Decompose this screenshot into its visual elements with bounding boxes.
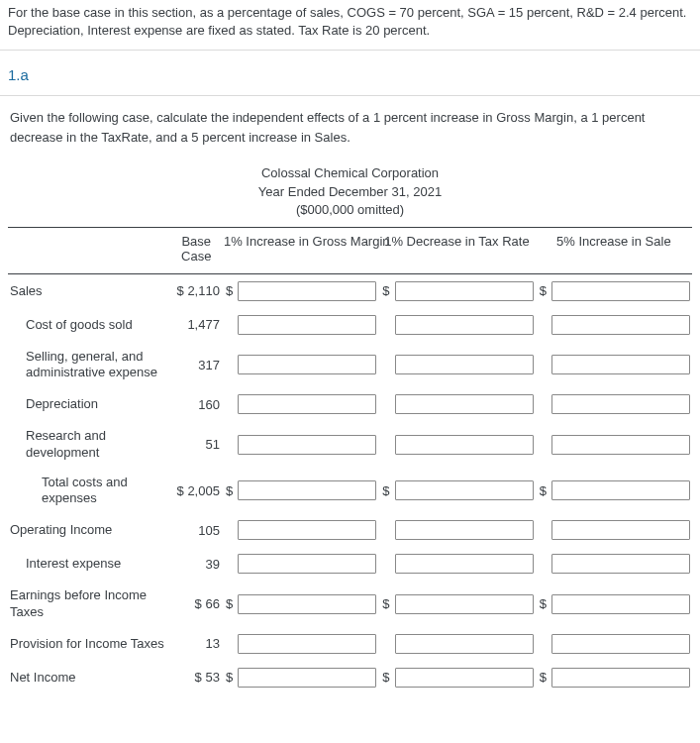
- input-opinc-tax[interactable]: [395, 520, 534, 540]
- base-dep: 160: [171, 387, 222, 421]
- row-label-cogs: Cost of goods sold: [8, 308, 171, 342]
- report-title-line3: ($000,000 omitted): [0, 201, 700, 219]
- col-header-base: Base Case: [171, 227, 222, 273]
- base-rnd: 51: [171, 421, 222, 468]
- table-row: Total costs and expenses $ 2,005 $ $ $: [8, 468, 692, 514]
- row-label-opinc: Operating Income: [8, 513, 171, 547]
- dollar-sign: $: [382, 483, 389, 498]
- input-sga-tax[interactable]: [395, 355, 534, 374]
- input-sga-gm[interactable]: [238, 355, 376, 374]
- input-total-tax[interactable]: [395, 480, 534, 500]
- input-intexp-gm[interactable]: [238, 554, 376, 574]
- base-ebt: $ 66: [171, 581, 222, 627]
- report-title-line1: Colossal Chemical Corporation: [0, 164, 700, 182]
- col-header-sales-inc: 5% Increase in Sale: [536, 227, 692, 273]
- row-label-net: Net Income: [8, 661, 171, 694]
- table-row: Research and development 51: [8, 421, 692, 468]
- section-link[interactable]: 1.a: [8, 66, 29, 83]
- input-intexp-si[interactable]: [551, 554, 690, 574]
- input-tax-si[interactable]: [551, 634, 690, 654]
- row-label-sga: Selling, general, and administrative exp…: [8, 342, 171, 388]
- base-intexp: 39: [171, 547, 222, 581]
- table-row: Sales $ 2,110 $ $ $: [8, 273, 692, 308]
- input-cogs-gm[interactable]: [238, 315, 376, 335]
- row-label-sales: Sales: [8, 273, 171, 308]
- input-ebt-tax[interactable]: [395, 594, 534, 614]
- input-sga-si[interactable]: [551, 355, 690, 374]
- preamble-text: For the base case in this section, as a …: [0, 0, 700, 50]
- row-label-total: Total costs and expenses: [8, 468, 171, 514]
- input-tax-tax[interactable]: [395, 634, 534, 654]
- table-row: Operating Income 105: [8, 513, 692, 547]
- col-header-tax-rate: 1% Decrease in Tax Rate: [378, 227, 535, 273]
- input-sales-si[interactable]: [551, 281, 690, 301]
- row-label-tax: Provision for Income Taxes: [8, 627, 171, 661]
- input-total-gm[interactable]: [238, 480, 376, 500]
- dollar-sign: $: [382, 670, 389, 685]
- input-total-si[interactable]: [551, 480, 690, 500]
- row-label-dep: Depreciation: [8, 387, 171, 421]
- report-title-line2: Year Ended December 31, 2021: [0, 183, 700, 201]
- dollar-sign: $: [226, 283, 233, 298]
- input-tax-gm[interactable]: [238, 634, 376, 654]
- base-net: $ 53: [171, 661, 222, 694]
- dollar-sign: $: [226, 670, 233, 685]
- base-sga: 317: [171, 342, 222, 388]
- input-sales-tax[interactable]: [395, 281, 534, 301]
- dollar-sign: $: [540, 670, 547, 685]
- row-label-rnd: Research and development: [8, 421, 171, 468]
- income-statement-table: Base Case 1% Increase in Gross Margin 1%…: [8, 227, 692, 694]
- table-row: Depreciation 160: [8, 387, 692, 421]
- dollar-sign: $: [226, 596, 233, 611]
- input-net-gm[interactable]: [238, 668, 376, 688]
- input-net-si[interactable]: [551, 668, 690, 688]
- input-intexp-tax[interactable]: [395, 554, 534, 574]
- base-sales: $ 2,110: [171, 273, 222, 308]
- dollar-sign: $: [226, 483, 233, 498]
- input-opinc-gm[interactable]: [238, 520, 376, 540]
- dollar-sign: $: [540, 483, 547, 498]
- table-row: Cost of goods sold 1,477: [8, 308, 692, 342]
- base-tax: 13: [171, 627, 222, 661]
- input-cogs-tax[interactable]: [395, 315, 534, 335]
- input-rnd-tax[interactable]: [395, 435, 534, 455]
- input-rnd-si[interactable]: [551, 435, 690, 455]
- input-rnd-gm[interactable]: [238, 435, 376, 455]
- dollar-sign: $: [540, 283, 547, 298]
- base-total: $ 2,005: [171, 468, 222, 514]
- dollar-sign: $: [382, 283, 389, 298]
- table-row: Selling, general, and administrative exp…: [8, 342, 692, 388]
- table-row: Earnings before Income Taxes $ 66 $ $ $: [8, 581, 692, 627]
- input-ebt-si[interactable]: [551, 594, 690, 614]
- base-cogs: 1,477: [171, 308, 222, 342]
- input-opinc-si[interactable]: [551, 520, 690, 540]
- base-opinc: 105: [171, 513, 222, 547]
- input-net-tax[interactable]: [395, 668, 534, 688]
- input-sales-gm[interactable]: [238, 281, 376, 301]
- table-row: Provision for Income Taxes 13: [8, 627, 692, 661]
- input-dep-tax[interactable]: [395, 394, 534, 414]
- table-row: Interest expense 39: [8, 547, 692, 581]
- dollar-sign: $: [382, 596, 389, 611]
- question-prompt: Given the following case, calculate the …: [0, 96, 700, 164]
- row-label-ebt: Earnings before Income Taxes: [8, 581, 171, 627]
- input-ebt-gm[interactable]: [238, 594, 376, 614]
- col-header-gross-margin: 1% Increase in Gross Margin: [222, 227, 378, 273]
- dollar-sign: $: [540, 596, 547, 611]
- row-label-intexp: Interest expense: [8, 547, 171, 581]
- table-row: Net Income $ 53 $ $ $: [8, 661, 692, 694]
- input-dep-si[interactable]: [551, 394, 690, 414]
- input-dep-gm[interactable]: [238, 394, 376, 414]
- input-cogs-si[interactable]: [551, 315, 690, 335]
